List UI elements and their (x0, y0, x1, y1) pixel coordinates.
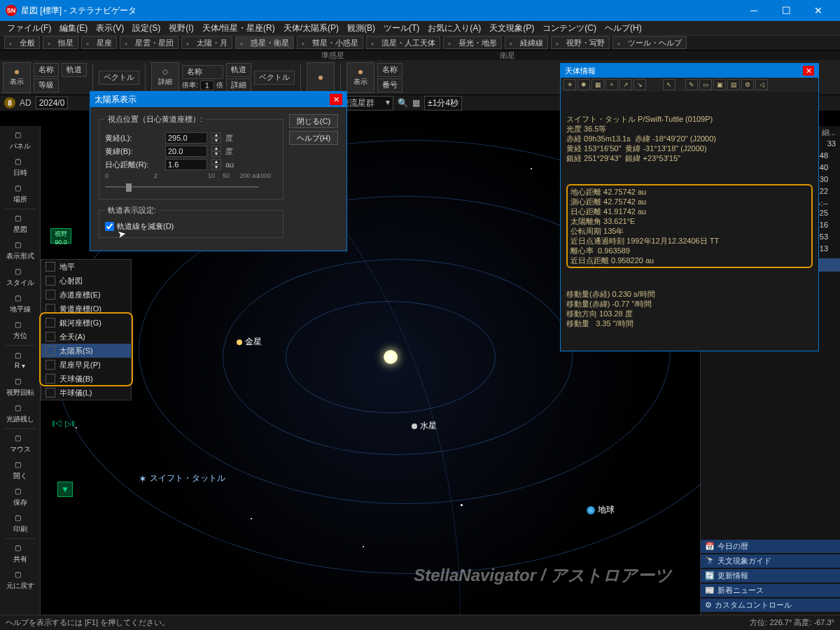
left-item-7[interactable]: ▢方位 (4, 318, 37, 342)
target-icon[interactable]: ▦ (412, 98, 420, 108)
chart-menu-item-6[interactable]: 太陽系(S) (41, 344, 131, 358)
chart-menu-item-3[interactable]: 黄道座標(O) (41, 302, 131, 316)
left-item-11[interactable]: ▢マウス (4, 432, 37, 456)
left-item-10[interactable]: ▢光跡残し (4, 402, 37, 426)
lat-input[interactable] (165, 146, 207, 157)
menu-item[interactable]: 設定(S) (128, 21, 164, 36)
dialog-titlebar[interactable]: 太陽系表示 ✕ (90, 92, 346, 107)
menu-item[interactable]: お気に入り(A) (424, 21, 485, 36)
info-tool-11[interactable]: ▤ (727, 79, 740, 90)
left-item-9[interactable]: ▢視野回転 (4, 375, 37, 399)
lat-spinner[interactable]: ▲▼ (211, 146, 221, 157)
info-tool-5[interactable]: ↗ (620, 79, 632, 90)
info-titlebar[interactable]: 天体情報✕ (561, 64, 818, 78)
scale-field[interactable]: 1 (200, 80, 214, 90)
info-tool-13[interactable]: ◁ (755, 79, 768, 90)
dist-input[interactable] (165, 159, 207, 170)
info-tool-12[interactable]: ⚙ (741, 79, 754, 90)
dialog-help-button[interactable]: ヘルプ(H) (289, 131, 338, 145)
menu-item[interactable]: ヘルプ(H) (601, 21, 646, 36)
lon-spinner[interactable]: ▲▼ (211, 132, 221, 144)
left-item-5[interactable]: ▢スタイル (4, 265, 37, 289)
info-tool-7[interactable]: ↖ (663, 79, 676, 90)
tab-10[interactable]: ◦視野・写野 (551, 36, 610, 49)
close-button[interactable]: ✕ (802, 0, 834, 21)
left-item-14[interactable]: ▢印刷 (4, 512, 37, 536)
tab-4[interactable]: ◦太陽・月 (181, 36, 232, 49)
info-tool-1[interactable]: ☀ (564, 79, 576, 90)
step-field[interactable]: ±1分4秒 (424, 96, 462, 111)
date-field[interactable]: 2024/0 (36, 97, 69, 109)
detail-section-icon[interactable]: 詳細 (151, 62, 179, 93)
right-link-4[interactable]: ⚙カスタムコントロール (701, 598, 840, 612)
info-close-icon[interactable]: ✕ (803, 66, 814, 76)
vector-button-2[interactable]: ベクトル (254, 71, 295, 85)
chart-menu-item-7[interactable]: 星座早見(P) (41, 358, 131, 372)
handle-left-icon[interactable]: ⦀◁ (52, 419, 62, 428)
maximize-button[interactable]: ☐ (770, 0, 802, 21)
right-link-2[interactable]: 🔄更新情報 (701, 569, 840, 582)
left-item-12[interactable]: ▢開く (4, 458, 37, 482)
menu-item[interactable]: 天体/恒星・星座(R) (198, 21, 279, 36)
menu-item[interactable]: ツール(T) (379, 21, 424, 36)
left-item-0[interactable]: ▢パネル (4, 129, 37, 153)
chart-menu-item-5[interactable]: 全天(A) (41, 330, 131, 344)
handle-right-icon[interactable]: ▷⦀ (65, 419, 75, 428)
orbit-button[interactable]: 軌道 (62, 63, 87, 77)
tab-6[interactable]: ◦彗星・小惑星 (297, 36, 363, 49)
dialog-close-button[interactable]: 閉じる(C) (289, 114, 338, 128)
chart-menu-item-2[interactable]: 赤道座標(E) (41, 288, 131, 302)
left-item-4[interactable]: ▢表示形式 (4, 239, 37, 262)
era-badge[interactable]: 8 (4, 97, 15, 108)
chart-type-menu[interactable]: 地平心射図赤道座標(E)黄道座標(O)銀河座標(G)全天(A)太陽系(S)星座早… (41, 259, 132, 400)
search-icon[interactable]: 🔍 (398, 98, 408, 108)
info-tool-8[interactable]: ✎ (685, 79, 698, 90)
menu-item[interactable]: 天文現象(P) (485, 21, 538, 36)
number-button[interactable]: 番号 (377, 78, 402, 92)
menu-item[interactable]: ファイル(F) (3, 21, 55, 36)
dist-spinner[interactable]: ▲▼ (211, 159, 221, 170)
chart-menu-item-9[interactable]: 半球儀(L) (41, 386, 131, 400)
menu-item[interactable]: 観測(B) (343, 21, 379, 36)
left-item-2[interactable]: ▢場所 (4, 182, 37, 206)
menu-item[interactable]: コンテンツ(C) (538, 21, 601, 36)
left-item-8[interactable]: ▢R ▾ (4, 349, 37, 372)
tab-8[interactable]: ◦昼光・地形 (443, 36, 502, 49)
info-tool-6[interactable]: ↘ (634, 79, 646, 90)
distance-slider[interactable]: au 0210502001000 (105, 172, 259, 193)
chart-menu-item-4[interactable]: 銀河座標(G) (41, 316, 131, 330)
vector-button[interactable]: ベクトル (99, 71, 139, 85)
tab-1[interactable]: ◦恒星 (43, 36, 78, 49)
grade-button[interactable]: 等級 (34, 78, 59, 92)
names-button[interactable]: 名称 (34, 63, 59, 77)
chart-menu-item-1[interactable]: 心射図 (41, 274, 131, 288)
tab-5[interactable]: ◦惑星・衛星 (235, 36, 294, 49)
info-tool-10[interactable]: ▣ (713, 79, 726, 90)
names-button-2[interactable]: 名称 (182, 65, 223, 79)
lon-input[interactable] (165, 132, 207, 144)
tab-2[interactable]: ◦星座 (81, 36, 117, 49)
fov-box[interactable]: 視野 90.0 (50, 228, 71, 244)
detail-button[interactable]: 詳細 (226, 78, 251, 92)
tab-11[interactable]: ◦ツール・ヘルプ (612, 36, 687, 49)
tab-9[interactable]: ◦経緯線 (505, 36, 548, 49)
left-item-15[interactable]: ▢共有 (4, 542, 37, 566)
minimize-button[interactable]: ─ (738, 0, 770, 21)
info-tool-3[interactable]: ▦ (592, 79, 604, 90)
info-tool-2[interactable]: ✺ (578, 79, 590, 90)
right-link-1[interactable]: 🔭天文現象ガイド (701, 554, 840, 568)
left-item-1[interactable]: ▢日時 (4, 155, 37, 179)
left-item-13[interactable]: ▢保存 (4, 485, 37, 509)
menu-item[interactable]: 編集(E) (55, 21, 92, 36)
info-tool-9[interactable]: ▭ (699, 79, 712, 90)
menu-item[interactable]: 表示(V) (92, 21, 128, 36)
more-button[interactable]: 細... (822, 128, 836, 136)
menu-item[interactable]: 天体/太陽系(P) (279, 21, 343, 36)
info-tool-4[interactable]: + (606, 79, 618, 90)
show-button[interactable]: 表示 (3, 62, 31, 93)
chart-menu-item-8[interactable]: 天球儀(B) (41, 372, 131, 386)
decay-checkbox[interactable]: 軌道線を減衰(D) (105, 221, 277, 232)
chart-menu-item-0[interactable]: 地平 (41, 260, 131, 274)
orbit-button-2[interactable]: 軌道 (226, 63, 251, 77)
dropdown-icon[interactable]: ▼ (57, 482, 73, 497)
